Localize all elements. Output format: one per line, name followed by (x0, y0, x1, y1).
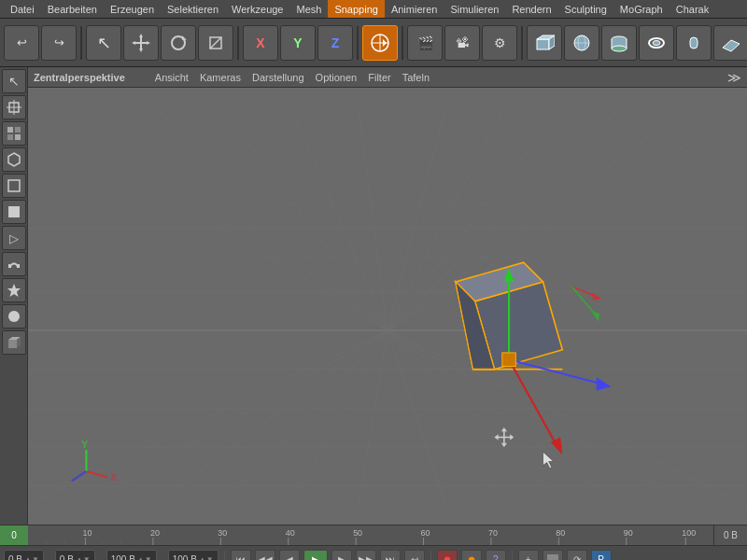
transport-field-1-arrow[interactable]: ▲▼ (24, 555, 39, 560)
left-toolbox: ↖ (0, 67, 28, 525)
menu-animieren[interactable]: Animieren (385, 0, 444, 18)
viewport-menu-kameras[interactable]: Kameras (200, 72, 241, 83)
toolbar-sep-5 (521, 26, 523, 60)
tool-cube-icon (7, 335, 21, 350)
svg-line-107 (72, 471, 87, 481)
key-rotate-button[interactable]: ⟳ (567, 550, 587, 561)
tool-arrow2[interactable]: ▷ (2, 226, 26, 250)
tool-star[interactable] (2, 278, 26, 302)
menu-sculpting[interactable]: Sculpting (558, 0, 613, 18)
menu-snapping[interactable]: Snapping (328, 0, 385, 18)
loop-button[interactable]: ↩ (404, 550, 425, 561)
menu-charak[interactable]: Charak (669, 0, 715, 18)
torus3d-button[interactable] (639, 25, 674, 61)
menu-mesh[interactable]: Mesh (289, 0, 328, 18)
timeline-frame-zero: 0 (0, 525, 28, 545)
tool-square[interactable] (2, 174, 26, 198)
viewport-3d[interactable]: X Y (28, 88, 747, 525)
record-button[interactable]: ⏺ (437, 550, 458, 561)
tool-cube[interactable] (2, 330, 26, 355)
record2-button[interactable]: ⏺ (461, 550, 482, 561)
viewport-menu-darstellung[interactable]: Darstellung (252, 72, 304, 83)
svg-rect-37 (8, 206, 20, 217)
tool-pointer[interactable]: ↖ (2, 69, 26, 93)
transport-field-2-arrow[interactable]: ▲▼ (76, 555, 91, 560)
rotate-button[interactable] (161, 25, 196, 61)
tool-circle[interactable] (2, 304, 26, 329)
timeline-end-label: 0 B (713, 525, 747, 545)
help-button[interactable]: ? (486, 550, 506, 561)
tool-grid[interactable] (2, 121, 26, 146)
transport-sep-2 (430, 551, 431, 561)
transport-field-1[interactable]: 0 B ▲▼ (4, 550, 44, 561)
cylinder3d-button[interactable] (601, 25, 637, 61)
rotate-icon (169, 34, 188, 52)
menu-mograph[interactable]: MoGraph (613, 0, 669, 18)
transport-field-4-arrow[interactable]: ▲▼ (199, 555, 214, 560)
anim-settings-button[interactable]: ⚙ (482, 25, 517, 61)
x-axis-button[interactable]: X (243, 25, 278, 61)
transport-field-3-arrow[interactable]: ▲▼ (137, 555, 152, 560)
viewport-menu-optionen[interactable]: Optionen (316, 72, 358, 83)
next-keyframe-button[interactable]: ▶▶ (356, 550, 376, 561)
menu-datei[interactable]: Datei (4, 0, 41, 18)
prev-keyframe-button[interactable]: ◀◀ (255, 550, 275, 561)
play-button[interactable]: ▶ (303, 550, 328, 561)
transport-field-4[interactable]: 100 B ▲▼ (168, 550, 218, 561)
viewport-more[interactable]: ≫ (727, 70, 741, 85)
scale-icon (206, 34, 225, 52)
tool-grid-icon (7, 126, 21, 141)
add-key-button[interactable]: + (518, 550, 539, 561)
goto-start-button[interactable]: ⏮ (231, 550, 251, 561)
menu-simulieren[interactable]: Simulieren (444, 0, 505, 18)
svg-text:20: 20 (150, 528, 160, 538)
z-axis-button[interactable]: Z (317, 25, 353, 61)
transport-field-3[interactable]: 100 B ▲▼ (106, 550, 157, 561)
sphere3d-button[interactable] (564, 25, 599, 61)
snapping-icon (369, 32, 391, 54)
menu-rendern[interactable]: Rendern (505, 0, 557, 18)
capsule3d-button[interactable] (676, 25, 712, 61)
svg-line-103 (86, 471, 107, 477)
svg-rect-91 (502, 353, 516, 367)
plane3d-button[interactable] (713, 25, 747, 61)
menu-bearbeiten[interactable]: Bearbeiten (41, 0, 104, 18)
svg-point-6 (172, 36, 185, 49)
tool-hex[interactable] (2, 147, 26, 172)
svg-point-41 (8, 311, 20, 322)
tool-move[interactable] (2, 95, 26, 119)
move-button[interactable] (123, 25, 159, 61)
keyframe1-button[interactable]: 🎬 (407, 25, 443, 61)
transport-field-2[interactable]: 0 B ▲▼ (55, 550, 95, 561)
y-axis-button[interactable]: Y (280, 25, 316, 61)
key-mode-button[interactable] (543, 550, 563, 561)
select-button[interactable]: ↖ (86, 25, 121, 61)
redo-button[interactable]: ↪ (41, 25, 77, 61)
viewport-menu-ansicht[interactable]: Ansicht (155, 72, 189, 83)
svg-rect-26 (690, 37, 698, 49)
goto-end-button[interactable]: ⏭ (380, 550, 401, 561)
tool-solid[interactable] (2, 200, 26, 224)
undo-button[interactable]: ↩ (4, 25, 39, 61)
cube3d-button[interactable] (527, 25, 562, 61)
viewport-menu-tafeln[interactable]: Tafeln (402, 72, 430, 83)
viewport-menu-filter[interactable]: Filter (368, 72, 390, 83)
scale-button[interactable] (198, 25, 233, 61)
prev-frame-button[interactable]: ◀ (279, 550, 300, 561)
tool-magnet[interactable] (2, 252, 26, 276)
svg-text:30: 30 (218, 528, 227, 538)
svg-rect-31 (7, 127, 13, 133)
menu-selektieren[interactable]: Selektieren (161, 0, 225, 18)
next-frame-button[interactable]: ▶ (331, 550, 352, 561)
svg-text:10: 10 (83, 528, 92, 538)
svg-line-48 (86, 330, 388, 505)
keyframe2-button[interactable]: 📽 (444, 25, 480, 61)
key-p-button[interactable]: P (591, 550, 612, 561)
timeline-ruler[interactable]: 10 20 30 40 50 60 70 80 90 (28, 525, 713, 545)
menu-erzeugen[interactable]: Erzeugen (104, 0, 161, 18)
menu-werkzeuge[interactable]: Werkzeuge (225, 0, 289, 18)
snapping-button[interactable] (362, 25, 398, 61)
svg-text:80: 80 (556, 528, 565, 538)
tool-solid-icon (7, 204, 21, 219)
svg-line-59 (388, 330, 747, 505)
